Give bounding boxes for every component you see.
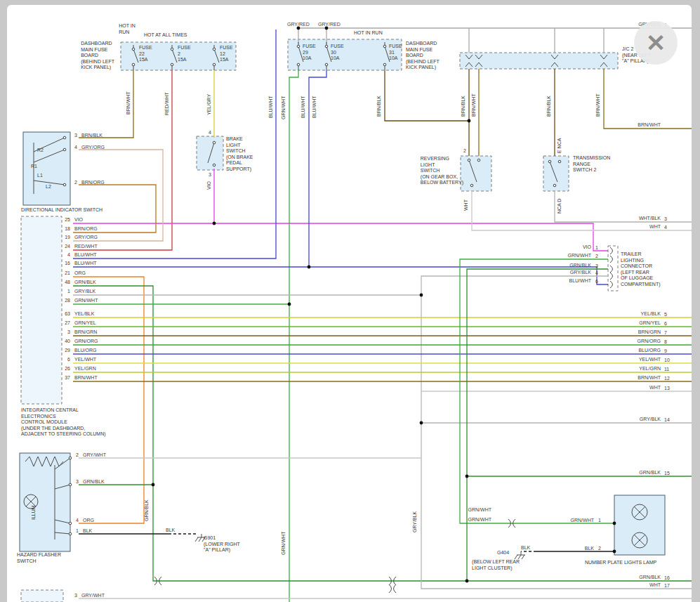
label-wire_labels-17-text: GRN/WHT [281,532,287,555]
label-right_exits-11-color: BRN/WHT [638,375,661,381]
label-wire_labels-11-text: BRN/BLK [546,96,553,117]
wire-vio [73,223,608,251]
label-right_exits-15-color: GRN/BLK [639,575,661,581]
label-right_exits-16-num: 17 [664,583,670,589]
label-positions-1: R1 [31,164,37,170]
junction-dot [213,222,216,225]
label-right_exits-8-num: 9 [664,348,667,355]
contact-dot [63,148,66,151]
label-right_exits-12-num: 13 [664,386,670,392]
label-icm_pins-4-color: BLU/WHT [74,252,97,259]
close-button[interactable]: ✕ [634,21,678,65]
symbol-18 [515,551,525,559]
label-hazard_pins-0-num: 2 [76,452,79,459]
symbol-31 [389,584,392,593]
label-icm_pins-5-num: 16 [65,261,70,267]
label-positions-3: L2 [46,184,51,190]
label-directional_pins-1-num: 4 [74,145,77,151]
icm-module [21,216,62,404]
junction-dot [152,483,155,487]
label-trailer_pins-4-num: 6 [595,279,598,285]
wire-brn-wht [604,69,692,129]
contact-dot [213,63,216,66]
label-fuses-1-name: FUSE 2 15A [178,45,191,63]
label-fuses-5-name: FUSE 31 10A [389,44,402,62]
label-icm_pins-9-color: GRN/WHT [74,298,98,304]
symbol-24 [610,281,613,288]
label-captions-icm: INTEGRATION CENTRAL ELECTRONICS CONTROL … [21,407,106,438]
label-misc-gry_red_a: GRY/RED [287,22,310,28]
label-right_exits-6-num: 7 [664,330,667,336]
label-icm_pins-3-color: RED/WHT [74,244,98,250]
bottom-cut-module [21,590,63,602]
label-right_exits-13-color: GRY/BLK [640,417,661,423]
symbol-20 [610,247,613,254]
junction-dot [613,550,616,554]
label-icm_pins-14-num: 29 [65,348,70,354]
junction-dot [420,421,423,425]
contact-dot [325,63,328,66]
label-misc-brake_pin_bottom: 3 [209,172,211,178]
label-icm_pins-11-num: 27 [65,320,70,327]
label-icm_pins-11-color: GRN/YEL [74,320,96,327]
label-captions-hot_in_run_right: HOT IN RUN [354,30,383,37]
label-icm_pins-8-color: GRY/BLK [74,289,95,295]
label-right_exits-14-num: 15 [664,471,670,477]
label-right_exits-2-color: WHT/BLK [639,216,661,222]
label-trailer_pins-1-color: GRN/WHT [568,253,591,259]
label-hazard_pins-2-color: ORG [83,518,94,524]
contact-dot [477,159,480,162]
label-hazard_pins-3-color: BLK [83,528,92,535]
label-icm_pins-4-num: 4 [67,252,70,259]
label-icm_pins-1-color: BRN/ORG [74,226,98,233]
label-trailer_pins-3-num: 4 [595,270,598,277]
label-trailer_pins-3-color: GRY/BLK [570,270,591,276]
junction-dot [465,475,469,478]
label-wire_labels-18-text: GRY/BLK [412,511,418,532]
label-trailer_pins-4-color: BLU/WHT [569,278,592,284]
symbol-21 [610,256,613,263]
label-icm_pins-13-num: 40 [65,339,70,345]
label-right_exits-11-num: 12 [664,376,670,382]
contact-dot [213,48,216,51]
label-hazard_pins-1-color: GRN/BLK [83,479,105,485]
contact-dot [132,48,135,51]
hazard-flasher-switch [20,453,70,551]
label-captions-g901: G901 (LOWER RIGHT "A" PILLAR) [204,535,240,554]
contact-dot [383,45,386,48]
label-lamp_pins-1-num: 2 [598,546,601,552]
label-wire_labels-0-text: BRN/WHT [126,91,132,114]
label-right_exits-7-num: 8 [664,339,667,346]
label-lamp_pins-0-color: GRN/WHT [571,518,594,524]
label-right_exits-4-color: YEL/BLK [641,311,661,318]
contact-dot [213,164,216,166]
label-wire_labels-10-text: BRN/WHT [471,93,477,117]
label-icm_pins-0-color: VIO [74,217,83,223]
label-right_exits-12-color: WHT [649,385,661,391]
label-wire_labels-2-text: YEL/GRY [206,94,213,115]
label-right_exits-7-color: GRN/ORG [638,339,661,345]
symbol-32 [394,584,397,593]
junction-dot [288,303,291,306]
label-lamp_pins-0-num: 1 [598,518,601,524]
label-icm_pins-14-color: BLU/ORG [74,348,97,354]
reversing-light-switch [461,156,491,191]
label-right_exits-2-num: 3 [664,216,667,223]
label-captions-hot_at_all_times: HOT AT ALL TIMES [144,32,187,39]
label-icm_pins-15-num: 6 [67,357,70,363]
label-icm_pins-5-color: BLU/WHT [74,261,97,267]
label-captions-transmission: TRANSMISSION RANGE SWITCH 2 [573,155,610,174]
label-wire_labels-13-text: E NCA [557,138,563,153]
label-captions-g404_name: G404 [497,550,509,556]
label-right_exits-9-num: 10 [664,358,670,364]
label-wire_labels-9-text: BRN/BLK [461,96,467,117]
label-directional_pins-0-num: 3 [74,133,77,139]
label-captions-fuse_board_left: DASHBOARD MAIN FUSE BOARD (BEHIND LEFT K… [81,41,114,71]
contact-dot [470,184,473,187]
label-fuses-2-name: FUSE 12 15A [220,45,233,63]
label-misc-bottom_pin_num: 3 [74,593,77,599]
label-directional_pins-1-color: GRY/ORG [81,145,105,151]
label-icm_pins-6-num: 21 [65,270,70,277]
contact-dot [558,160,561,163]
label-captions-directional: DIRECTIONAL INDICATOR SWITCH [21,207,103,214]
